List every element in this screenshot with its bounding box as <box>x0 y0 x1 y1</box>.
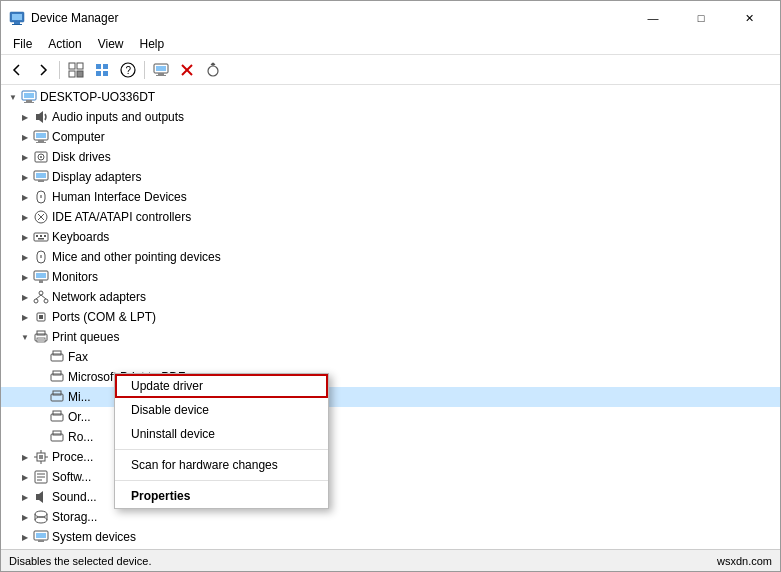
help-button[interactable]: ? <box>116 58 140 82</box>
fax-icon <box>49 349 65 365</box>
tree-item-display[interactable]: ▶ Display adapters <box>1 167 780 187</box>
view-button[interactable] <box>90 58 114 82</box>
proce-label: Proce... <box>52 450 93 464</box>
tree-item-hid[interactable]: ▶ Human Interface Devices <box>1 187 780 207</box>
mi-icon <box>49 389 65 405</box>
system-icon <box>33 529 49 545</box>
ide-label: IDE ATA/ATAPI controllers <box>52 210 191 224</box>
tree-item-keyboards[interactable]: ▶ Keyboards <box>1 227 780 247</box>
status-text: Disables the selected device. <box>9 555 151 567</box>
app-icon <box>9 10 25 26</box>
display-icon <box>33 169 49 185</box>
tree-item-audio[interactable]: ▶ Audio inputs and outputs <box>1 107 780 127</box>
root-icon <box>21 89 37 105</box>
audio-icon <box>33 109 49 125</box>
proce-icon <box>33 449 49 465</box>
system-expand-icon: ▶ <box>17 529 33 545</box>
tree-item-usb[interactable]: ▶ Universal Serial Bus controllers <box>1 547 780 549</box>
update-button[interactable] <box>201 58 225 82</box>
menu-bar: File Action View Help <box>1 33 780 55</box>
tree-item-system[interactable]: ▶ System devices <box>1 527 780 547</box>
keyboards-icon <box>33 229 49 245</box>
tree-root[interactable]: ▼ DESKTOP-UO336DT <box>1 87 780 107</box>
svg-rect-16 <box>158 73 164 75</box>
tree-item-disk[interactable]: ▶ Disk drives <box>1 147 780 167</box>
ro-expand-spacer <box>33 429 49 445</box>
menu-view[interactable]: View <box>90 35 132 53</box>
display-label: Display adapters <box>52 170 141 184</box>
ports-label: Ports (COM & LPT) <box>52 310 156 324</box>
monitors-label: Monitors <box>52 270 98 284</box>
ctx-uninstall-device[interactable]: Uninstall device <box>115 422 328 446</box>
svg-rect-29 <box>36 142 46 143</box>
storage-label: Storag... <box>52 510 97 524</box>
svg-point-20 <box>208 66 218 76</box>
hid-icon <box>33 189 49 205</box>
maximize-button[interactable]: □ <box>678 8 724 28</box>
or-icon <box>49 409 65 425</box>
computer-expand-icon: ▶ <box>17 129 33 145</box>
mice-icon <box>33 249 49 265</box>
monitors-icon <box>33 269 49 285</box>
ctx-separator-2 <box>115 480 328 481</box>
tree-item-monitors[interactable]: ▶ Monitors <box>1 267 780 287</box>
fax-label: Fax <box>68 350 88 364</box>
ctx-scan-hardware[interactable]: Scan for hardware changes <box>115 453 328 477</box>
ro-label: Ro... <box>68 430 93 444</box>
svg-point-84 <box>35 517 47 523</box>
ctx-update-driver[interactable]: Update driver <box>115 374 328 398</box>
status-right: wsxdn.com <box>717 555 772 567</box>
svg-rect-34 <box>36 173 46 178</box>
mice-label: Mice and other pointing devices <box>52 250 221 264</box>
tree-item-ports[interactable]: ▶ Ports (COM & LPT) <box>1 307 780 327</box>
computer-button[interactable] <box>149 58 173 82</box>
sound-expand-icon: ▶ <box>17 489 33 505</box>
storage-icon <box>33 509 49 525</box>
menu-action[interactable]: Action <box>40 35 89 53</box>
svg-rect-22 <box>24 93 34 98</box>
delete-button[interactable] <box>175 58 199 82</box>
tree-item-computer[interactable]: ▶ Computer <box>1 127 780 147</box>
svg-rect-71 <box>39 455 43 459</box>
ctx-properties[interactable]: Properties <box>115 484 328 508</box>
svg-rect-10 <box>96 71 101 76</box>
svg-point-49 <box>39 291 43 295</box>
svg-rect-42 <box>44 235 46 237</box>
toolbar-sep-1 <box>59 61 60 79</box>
tree-item-storage[interactable]: ▶ Storag... <box>1 507 780 527</box>
softw-label: Softw... <box>52 470 91 484</box>
title-controls: — □ ✕ <box>630 8 772 28</box>
back-button[interactable] <box>5 58 29 82</box>
show-hidden-button[interactable] <box>64 58 88 82</box>
softw-expand-icon: ▶ <box>17 469 33 485</box>
tree-item-fax[interactable]: Fax <box>1 347 780 367</box>
svg-rect-15 <box>156 66 166 71</box>
ctx-disable-device[interactable]: Disable device <box>115 398 328 422</box>
svg-text:?: ? <box>126 65 132 76</box>
menu-file[interactable]: File <box>5 35 40 53</box>
svg-rect-9 <box>103 64 108 69</box>
print-queues-expand-icon: ▼ <box>17 329 33 345</box>
tree-item-network[interactable]: ▶ Network adapters <box>1 287 780 307</box>
svg-rect-11 <box>103 71 108 76</box>
display-expand-icon: ▶ <box>17 169 33 185</box>
close-button[interactable]: ✕ <box>726 8 772 28</box>
svg-rect-40 <box>36 235 38 237</box>
minimize-button[interactable]: — <box>630 8 676 28</box>
monitors-expand-icon: ▶ <box>17 269 33 285</box>
menu-help[interactable]: Help <box>132 35 173 53</box>
ms-pdf-expand-spacer <box>33 369 49 385</box>
tree-item-mice[interactable]: ▶ Mice and other pointing devices <box>1 247 780 267</box>
audio-label: Audio inputs and outputs <box>52 110 184 124</box>
print-queues-label: Print queues <box>52 330 119 344</box>
ports-icon <box>33 309 49 325</box>
toolbar: ? <box>1 55 780 85</box>
tree-item-print-queues[interactable]: ▼ Print queues <box>1 327 780 347</box>
network-icon <box>33 289 49 305</box>
svg-rect-17 <box>156 75 166 76</box>
keyboards-expand-icon: ▶ <box>17 229 33 245</box>
svg-point-32 <box>40 156 42 158</box>
forward-button[interactable] <box>31 58 55 82</box>
tree-item-ide[interactable]: ▶ IDE ATA/ATAPI controllers <box>1 207 780 227</box>
storage-expand-icon: ▶ <box>17 509 33 525</box>
